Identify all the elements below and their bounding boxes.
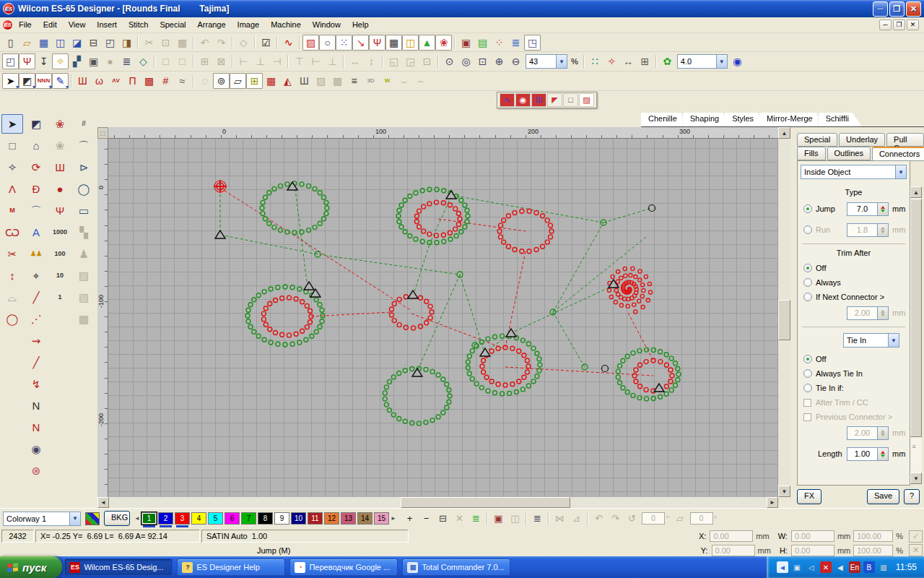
align-left-icon[interactable]: ⊢ — [235, 53, 252, 69]
taskbar-task[interactable]: ?ES Designer Help — [177, 558, 285, 576]
overview-window-icon[interactable]: ◫ — [402, 35, 419, 51]
menu-insert[interactable]: Insert — [91, 18, 123, 32]
panel-scrollbar[interactable]: ▲ ≡ ▼ — [910, 186, 922, 484]
embroidery-design[interactable] — [108, 139, 778, 497]
jump-option-row[interactable]: Jump 7.0 mm — [801, 202, 907, 216]
tab-underlay[interactable]: Underlay — [839, 133, 885, 147]
rectangle-tool[interactable]: ▭ — [73, 201, 95, 220]
wheel-tool[interactable]: ⊛ — [25, 461, 47, 480]
start-button[interactable]: пуск — [0, 556, 62, 578]
tatami-fill-icon[interactable]: ▩ — [141, 73, 157, 89]
scroll-down-button[interactable]: ▼ — [910, 473, 922, 484]
select-tool[interactable]: ➤ — [1, 114, 23, 134]
clock[interactable]: 11:55 — [896, 562, 917, 572]
show-reshape-nodes-icon[interactable]: ↔ — [620, 53, 637, 69]
n-outline-tool[interactable]: N — [25, 396, 47, 415]
color-film-icon[interactable]: ▤ — [474, 35, 491, 51]
option-tie-in-if-[interactable]: Tie In if: — [801, 382, 907, 394]
paste-icon[interactable]: ▩ — [174, 35, 191, 51]
mode-tab-shaping[interactable]: Shaping — [683, 113, 732, 126]
object-properties-icon[interactable]: ◳ — [524, 35, 541, 51]
pen-digitize-icon[interactable]: ✎ — [52, 73, 69, 89]
color-chip-7[interactable]: 7 — [241, 512, 256, 525]
save-colorway-icon[interactable]: ◫ — [507, 511, 523, 527]
zoom-in-icon[interactable]: ⊕ — [491, 53, 507, 69]
color-chip-3[interactable]: 3 — [175, 512, 190, 525]
chenille-run-icon[interactable]: ◤ — [547, 93, 562, 107]
radio-icon[interactable] — [803, 293, 812, 301]
palette-editor-icon[interactable] — [85, 512, 100, 525]
pattern-fill-icon[interactable]: # — [157, 73, 174, 89]
color-chip-1[interactable]: 1 — [141, 512, 157, 525]
color-chip-15[interactable]: 15 — [374, 512, 389, 525]
menu-special[interactable]: Special — [154, 18, 191, 32]
menu-view[interactable]: View — [63, 18, 92, 32]
texture-a-tool[interactable]: ▨ — [73, 266, 95, 285]
contour-fill-icon[interactable]: ⊚ — [213, 73, 230, 89]
panel-scroll-thumb[interactable] — [910, 199, 922, 437]
mode-tab-mirror-merge[interactable]: Mirror-Merge — [759, 113, 826, 126]
security-alert-icon[interactable]: ✕ — [820, 561, 832, 573]
solid-view-icon[interactable]: ● — [102, 53, 118, 69]
chenille-options-icon[interactable]: ▨ — [579, 93, 594, 107]
loop-closed-icon[interactable]: ⌢ — [412, 73, 429, 89]
connector-scope-select[interactable]: Inside Object▼ — [801, 165, 907, 179]
chenille-select-icon[interactable]: □ — [563, 93, 578, 107]
travel-10-tool[interactable]: 10 — [49, 266, 71, 285]
e-stitch-icon[interactable]: Π — [124, 73, 141, 89]
texture-fill-icon[interactable]: ▩ — [329, 73, 346, 89]
mirror-people-tool[interactable]: ♟♟ — [25, 244, 47, 264]
snap-points-icon[interactable]: ✧ — [52, 53, 69, 69]
display-icon[interactable]: ▣ — [791, 561, 803, 573]
scroll-left-button[interactable]: ◄ — [97, 497, 109, 508]
reshape-object-tool[interactable]: ◩ — [25, 114, 47, 134]
measure-tool[interactable]: ↘ — [352, 35, 369, 51]
tab-fills[interactable]: Fills — [797, 147, 826, 160]
jump-length-field[interactable]: 7.0 — [847, 202, 889, 216]
break-apart-icon[interactable]: □ — [157, 53, 174, 69]
column-stitch-icon[interactable]: ω — [91, 73, 108, 89]
space-horizontally-icon[interactable]: ↔ — [346, 53, 363, 69]
travel-100-tool[interactable]: 100 — [49, 244, 71, 264]
remove-color-icon[interactable]: − — [418, 511, 435, 527]
auto-start-end-icon[interactable]: ☑ — [258, 35, 274, 51]
flower-gray-tool[interactable]: ❀ — [49, 136, 71, 155]
disk-activity-icon[interactable]: ▥ — [878, 561, 889, 573]
show-picture-icon[interactable]: ▲ — [419, 35, 435, 51]
same-height-icon[interactable]: ◲ — [402, 53, 419, 69]
menu-stitch[interactable]: Stitch — [123, 18, 154, 32]
menu-arrange[interactable]: Arrange — [191, 18, 231, 32]
bluetooth-icon[interactable]: B — [863, 561, 875, 573]
show-small-grid-icon[interactable]: ⊞ — [637, 53, 653, 69]
mode-tab-chenille[interactable]: Chenille — [641, 113, 690, 126]
hoop-toggle-icon[interactable]: ◰ — [2, 53, 19, 69]
ungroup-objects-icon[interactable]: ⊠ — [213, 53, 230, 69]
same-width-icon[interactable]: ◱ — [385, 53, 402, 69]
color-chip-9[interactable]: 9 — [274, 512, 289, 525]
needle-points-view-icon[interactable]: Ψ — [369, 35, 385, 51]
send-to-machine-icon[interactable]: ◨ — [118, 35, 135, 51]
save-design-icon[interactable]: ▦ — [35, 35, 52, 51]
align-bottom-icon[interactable]: ⊥ — [324, 53, 341, 69]
menu-edit[interactable]: Edit — [38, 18, 63, 32]
motif-fill-icon[interactable]: ▱ — [230, 73, 246, 89]
tab-special[interactable]: Special — [797, 133, 837, 147]
stipple-fill-icon[interactable]: ◌ — [196, 73, 213, 89]
print-colorway-icon[interactable]: ⊟ — [435, 511, 451, 527]
print-preview-icon[interactable]: ◰ — [102, 35, 118, 51]
save-design-as-icon[interactable]: ◫ — [52, 35, 69, 51]
run-radio[interactable] — [803, 225, 812, 234]
polygon-select-tool[interactable]: □ — [1, 136, 23, 155]
maximize-button[interactable]: ❐ — [889, 1, 905, 17]
fx-button[interactable]: FX — [797, 489, 821, 504]
chevron-down-icon[interactable]: ▼ — [556, 55, 567, 68]
option-always[interactable]: Always — [801, 277, 907, 288]
color-chip-10[interactable]: 10 — [291, 512, 306, 525]
align-center-icon[interactable]: ⊥ — [252, 53, 269, 69]
texture-c-tool[interactable]: ▩ — [73, 309, 95, 329]
minimize-button[interactable]: ─ — [873, 1, 888, 17]
menu-window[interactable]: Window — [307, 18, 346, 32]
arc-tool[interactable]: ⌒ — [73, 136, 95, 155]
spinner-icon[interactable] — [877, 448, 888, 460]
radio-icon[interactable] — [803, 384, 812, 392]
